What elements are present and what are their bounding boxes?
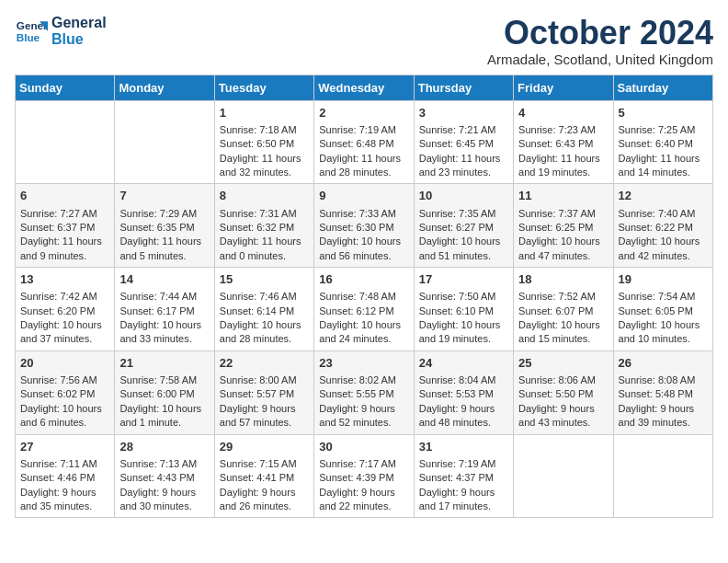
cell-text: Daylight: 9 hours (319, 402, 408, 416)
cell-text: Daylight: 9 hours (319, 486, 408, 500)
calendar-cell: 13Sunrise: 7:42 AMSunset: 6:20 PMDayligh… (16, 268, 115, 351)
calendar-cell: 2Sunrise: 7:19 AMSunset: 6:48 PMDaylight… (314, 100, 414, 184)
cell-text: and 56 minutes. (319, 249, 408, 263)
cell-text: Sunset: 6:00 PM (119, 387, 209, 401)
cell-text: Sunrise: 8:08 AM (619, 373, 708, 387)
cell-text: Daylight: 10 hours (619, 318, 708, 332)
day-number: 3 (419, 105, 508, 121)
cell-text: Daylight: 11 hours (220, 235, 309, 248)
cell-text: Daylight: 11 hours (220, 152, 309, 166)
cell-text: Sunrise: 7:23 AM (518, 123, 608, 137)
calendar-cell: 17Sunrise: 7:50 AMSunset: 6:10 PMDayligh… (414, 268, 513, 351)
calendar-cell: 9Sunrise: 7:33 AMSunset: 6:30 PMDaylight… (314, 184, 414, 268)
logo-icon: General Blue (15, 15, 48, 48)
cell-text: Sunrise: 7:56 AM (20, 373, 109, 387)
calendar-cell: 1Sunrise: 7:18 AMSunset: 6:50 PMDaylight… (214, 100, 313, 184)
cell-text: Sunrise: 7:25 AM (619, 123, 708, 137)
cell-text: Sunset: 4:46 PM (20, 471, 109, 485)
cell-text: Daylight: 10 hours (119, 318, 209, 332)
cell-text: Daylight: 11 hours (319, 152, 408, 166)
day-number: 26 (619, 355, 708, 372)
cell-text: Sunrise: 8:02 AM (319, 373, 408, 387)
cell-text: Sunset: 6:20 PM (20, 304, 109, 318)
cell-text: Daylight: 11 hours (518, 152, 608, 166)
cell-text: Daylight: 10 hours (518, 318, 608, 332)
day-number: 10 (419, 188, 508, 204)
day-number: 2 (319, 105, 408, 121)
cell-text: Daylight: 9 hours (419, 486, 508, 500)
calendar-cell: 5Sunrise: 7:25 AMSunset: 6:40 PMDaylight… (613, 100, 712, 184)
cell-text: and 37 minutes. (20, 332, 109, 346)
day-number: 22 (220, 355, 309, 372)
cell-text: and 43 minutes. (518, 416, 608, 430)
header-monday: Monday (115, 75, 214, 100)
cell-text: Sunset: 6:27 PM (419, 221, 508, 235)
cell-text: Sunset: 5:57 PM (220, 387, 309, 401)
cell-text: Sunset: 6:22 PM (619, 221, 708, 235)
cell-text: and 19 minutes. (518, 166, 608, 179)
header-thursday: Thursday (414, 75, 513, 100)
cell-text: Daylight: 10 hours (119, 402, 209, 416)
cell-text: Sunset: 4:41 PM (220, 471, 309, 485)
day-number: 18 (518, 271, 608, 288)
day-number: 1 (220, 105, 309, 121)
calendar-cell: 30Sunrise: 7:17 AMSunset: 4:39 PMDayligh… (314, 434, 414, 518)
day-number: 23 (319, 355, 408, 372)
cell-text: and 26 minutes. (220, 500, 309, 513)
cell-text: and 1 minute. (119, 416, 209, 430)
day-number: 24 (419, 355, 508, 372)
cell-text: Sunset: 5:50 PM (518, 387, 608, 401)
day-number: 13 (20, 271, 109, 288)
cell-text: Sunset: 6:10 PM (419, 304, 508, 318)
day-number: 28 (119, 439, 209, 455)
svg-text:Blue: Blue (17, 31, 40, 43)
cell-text: and 24 minutes. (319, 332, 408, 346)
cell-text: Sunrise: 8:04 AM (419, 373, 508, 387)
cell-text: Sunrise: 7:58 AM (119, 373, 209, 387)
calendar-cell: 14Sunrise: 7:44 AMSunset: 6:17 PMDayligh… (115, 268, 214, 351)
cell-text: Sunrise: 7:29 AM (119, 207, 209, 221)
day-number: 31 (419, 439, 508, 455)
calendar-cell: 12Sunrise: 7:40 AMSunset: 6:22 PMDayligh… (613, 184, 712, 268)
cell-text: Daylight: 9 hours (220, 402, 309, 416)
cell-text: Sunset: 4:37 PM (419, 471, 508, 485)
cell-text: and 15 minutes. (518, 332, 608, 346)
calendar-cell: 8Sunrise: 7:31 AMSunset: 6:32 PMDaylight… (214, 184, 313, 268)
month-title: October 2024 (487, 15, 713, 52)
cell-text: Sunset: 6:35 PM (119, 221, 209, 235)
calendar-cell: 22Sunrise: 8:00 AMSunset: 5:57 PMDayligh… (214, 350, 313, 434)
cell-text: Sunset: 6:14 PM (220, 304, 309, 318)
cell-text: and 39 minutes. (619, 416, 708, 430)
calendar-cell: 24Sunrise: 8:04 AMSunset: 5:53 PMDayligh… (414, 350, 513, 434)
calendar-cell: 19Sunrise: 7:54 AMSunset: 6:05 PMDayligh… (613, 268, 712, 351)
calendar-cell: 15Sunrise: 7:46 AMSunset: 6:14 PMDayligh… (214, 268, 313, 351)
calendar-week-1: 1Sunrise: 7:18 AMSunset: 6:50 PMDaylight… (16, 100, 713, 184)
cell-text: Sunset: 6:12 PM (319, 304, 408, 318)
day-number: 5 (619, 105, 708, 121)
cell-text: Daylight: 11 hours (20, 235, 109, 248)
calendar-cell: 26Sunrise: 8:08 AMSunset: 5:48 PMDayligh… (613, 350, 712, 434)
cell-text: and 52 minutes. (319, 416, 408, 430)
cell-text: Daylight: 10 hours (319, 318, 408, 332)
cell-text: Daylight: 11 hours (119, 235, 209, 248)
cell-text: Sunrise: 7:42 AM (20, 290, 109, 304)
day-number: 29 (220, 439, 309, 455)
calendar-cell: 21Sunrise: 7:58 AMSunset: 6:00 PMDayligh… (115, 350, 214, 434)
day-number: 7 (119, 188, 209, 204)
day-number: 8 (220, 188, 309, 204)
cell-text: Sunset: 6:07 PM (518, 304, 608, 318)
cell-text: Sunrise: 8:00 AM (220, 373, 309, 387)
cell-text: Sunrise: 7:52 AM (518, 290, 608, 304)
calendar-cell: 6Sunrise: 7:27 AMSunset: 6:37 PMDaylight… (16, 184, 115, 268)
cell-text: and 10 minutes. (619, 332, 708, 346)
cell-text: Daylight: 10 hours (619, 235, 708, 248)
cell-text: and 22 minutes. (319, 500, 408, 513)
cell-text: Sunrise: 7:21 AM (419, 123, 508, 137)
calendar-header: Sunday Monday Tuesday Wednesday Thursday… (16, 75, 713, 100)
cell-text: Sunset: 4:43 PM (119, 471, 209, 485)
cell-text: Daylight: 11 hours (619, 152, 708, 166)
cell-text: Sunset: 5:53 PM (419, 387, 508, 401)
header-friday: Friday (514, 75, 613, 100)
cell-text: Sunset: 5:55 PM (319, 387, 408, 401)
cell-text: Daylight: 9 hours (619, 402, 708, 416)
